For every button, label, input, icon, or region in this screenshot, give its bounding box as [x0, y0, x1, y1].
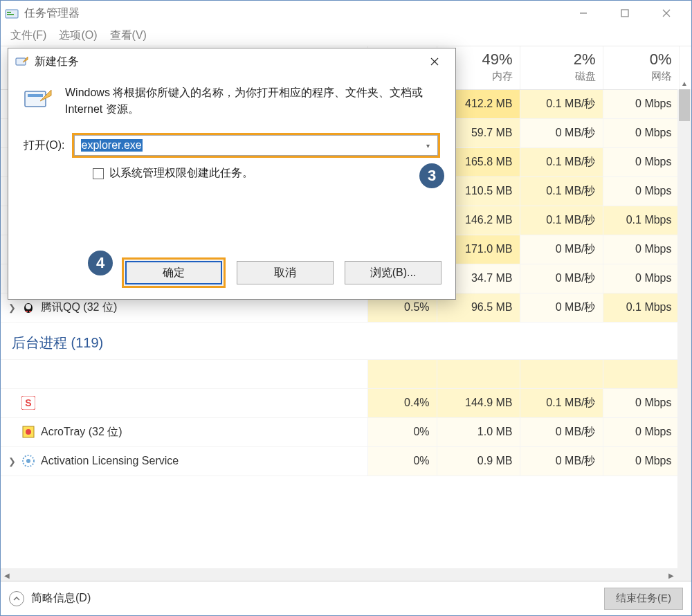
dialog-close-button[interactable]: [421, 51, 448, 72]
run-icon: [15, 55, 29, 68]
svg-point-20: [26, 429, 31, 435]
menu-view[interactable]: 查看(V): [109, 27, 148, 44]
scroll-left-arrow[interactable]: ◀: [1, 568, 13, 582]
browse-button[interactable]: 浏览(B)...: [345, 261, 441, 284]
net-cell: 0.1 Mbps: [603, 206, 679, 235]
process-name: Activation Licensing Service: [41, 455, 179, 467]
open-label: 打开(O):: [24, 138, 65, 153]
col-network[interactable]: 0%网络: [603, 46, 679, 89]
net-cell: 0.1 Mbps: [603, 293, 679, 322]
table-row[interactable]: S0.4%144.9 MB0.1 MB/秒0 Mbps: [1, 388, 679, 417]
close-button[interactable]: [646, 1, 687, 26]
table-row[interactable]: [1, 359, 679, 388]
minimize-button[interactable]: [563, 1, 604, 26]
svg-text:S: S: [25, 397, 31, 408]
process-icon: [21, 425, 35, 439]
run-big-icon: [24, 84, 54, 115]
window-title: 任务管理器: [24, 6, 80, 21]
menubar: 文件(F) 选项(O) 查看(V): [1, 26, 691, 46]
cpu-cell: 0.4%: [367, 388, 437, 417]
admin-checkbox-label: 以系统管理权限创建此任务。: [109, 166, 253, 181]
process-name: 腾讯QQ (32 位): [41, 300, 117, 315]
mem-cell: 144.9 MB: [437, 388, 520, 417]
net-cell: 0 Mbps: [603, 446, 679, 475]
mem-cell: 1.0 MB: [437, 417, 520, 446]
col-disk[interactable]: 2%磁盘: [520, 46, 603, 89]
maximize-button[interactable]: [604, 1, 646, 26]
footer: 简略信息(D) 结束任务(E): [1, 581, 691, 615]
scroll-right-arrow[interactable]: ▶: [665, 568, 677, 582]
cpu-cell: 0%: [367, 417, 437, 446]
cancel-button[interactable]: 取消: [237, 261, 334, 284]
disk-cell: 0 MB/秒: [520, 293, 603, 322]
cpu-cell: 0%: [367, 446, 437, 475]
scroll-up-arrow[interactable]: ▲: [677, 77, 691, 89]
process-icon: [21, 300, 35, 314]
svg-rect-2: [7, 14, 14, 15]
process-icon: S: [21, 396, 35, 410]
table-row[interactable]: ❯Activation Licensing Service0%0.9 MB0 M…: [1, 446, 679, 475]
process-name: AcroTray (32 位): [41, 425, 122, 440]
process-icon: [21, 454, 35, 468]
annotation-badge-3: 3: [417, 161, 446, 190]
disk-cell: 0 MB/秒: [520, 264, 603, 293]
mem-cell: 0.9 MB: [437, 446, 520, 475]
net-cell: 0 Mbps: [603, 388, 679, 417]
chevron-right-icon[interactable]: ❯: [8, 456, 16, 466]
annotation-badge-4: 4: [86, 248, 115, 278]
svg-rect-4: [621, 10, 628, 17]
svg-point-22: [26, 459, 30, 463]
disk-cell: 0 MB/秒: [520, 235, 603, 264]
net-cell: 0 Mbps: [603, 235, 679, 264]
svg-rect-15: [26, 311, 28, 312]
open-input-selection: explorer.exe: [81, 139, 143, 152]
admin-checkbox[interactable]: [93, 168, 104, 179]
scroll-thumb[interactable]: [679, 89, 690, 121]
end-task-button[interactable]: 结束任务(E): [604, 588, 683, 610]
task-manager-window: 任务管理器 文件(F) 选项(O) 查看(V) 49%内存 2%: [0, 0, 692, 616]
menu-file[interactable]: 文件(F): [9, 27, 48, 44]
ok-button-highlight: 确定: [122, 257, 226, 288]
horizontal-scrollbar[interactable]: ◀ ▶: [1, 568, 677, 582]
svg-rect-16: [29, 311, 31, 312]
dialog-title: 新建任务: [35, 55, 79, 69]
run-dialog: 新建任务 Windows 将根据你所键入的名称，为你打开相应的程序、文件夹、文档…: [8, 48, 456, 300]
disk-cell: 0.1 MB/秒: [520, 388, 603, 417]
ok-button[interactable]: 确定: [125, 261, 222, 284]
open-input-highlight: explorer.exe ▾: [72, 133, 440, 158]
scroll-corner: [677, 568, 691, 582]
fewer-details-link[interactable]: 简略信息(D): [31, 591, 91, 606]
dialog-description: Windows 将根据你所键入的名称，为你打开相应的程序、文件夹、文档或 Int…: [65, 84, 440, 118]
svg-rect-27: [28, 94, 43, 97]
group-header-background: 后台进程 (119): [1, 322, 679, 359]
svg-rect-1: [7, 12, 11, 13]
vertical-scrollbar[interactable]: ▲ ▼: [677, 89, 691, 568]
disk-cell: 0 MB/秒: [520, 417, 603, 446]
net-cell: 0 Mbps: [603, 264, 679, 293]
app-icon: [5, 7, 19, 19]
chevron-down-icon[interactable]: ▾: [426, 142, 430, 150]
net-cell: 0 Mbps: [603, 417, 679, 446]
disk-cell: 0 MB/秒: [520, 446, 603, 475]
disk-cell: 0.1 MB/秒: [520, 206, 603, 235]
chevron-up-icon[interactable]: [9, 591, 24, 606]
table-row[interactable]: AcroTray (32 位)0%1.0 MB0 MB/秒0 Mbps: [1, 417, 679, 446]
chevron-right-icon[interactable]: ❯: [8, 302, 16, 313]
menu-options[interactable]: 选项(O): [57, 27, 98, 44]
titlebar: 任务管理器: [1, 1, 691, 26]
svg-point-14: [26, 304, 31, 309]
